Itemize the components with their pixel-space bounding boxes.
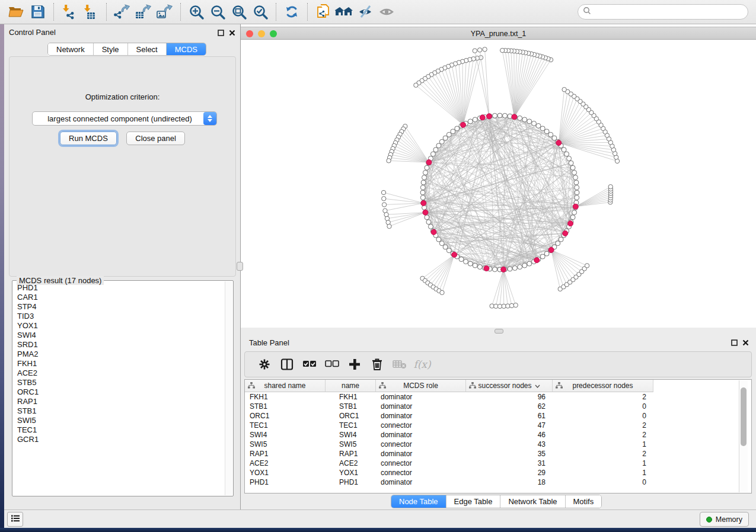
cell[interactable]: SWI4 — [245, 430, 326, 440]
network-node[interactable] — [556, 241, 560, 246]
leaf-node[interactable] — [608, 185, 613, 189]
zoom-out-icon[interactable] — [207, 2, 228, 22]
leaf-node[interactable] — [562, 87, 566, 91]
mcds-node[interactable] — [573, 204, 578, 209]
cell[interactable]: 62 — [466, 402, 553, 411]
network-node[interactable] — [439, 139, 444, 144]
cell[interactable]: RAP1 — [326, 449, 376, 459]
table-row[interactable]: PHD1PHD1dominator180 — [245, 477, 735, 487]
network-node[interactable] — [569, 161, 573, 165]
zoom-fit-icon[interactable] — [228, 2, 250, 22]
network-node[interactable] — [423, 170, 428, 175]
network-node[interactable] — [574, 180, 579, 185]
cell[interactable]: dominator — [376, 402, 466, 411]
cell[interactable]: 2 — [553, 421, 653, 430]
cell[interactable]: SWI5 — [245, 440, 326, 449]
unselect-all-rows-icon[interactable] — [321, 354, 343, 375]
network-node[interactable] — [522, 263, 527, 268]
delete-columns-icon[interactable] — [366, 354, 388, 375]
cell[interactable]: 29 — [466, 468, 553, 477]
network-node[interactable] — [420, 185, 425, 190]
network-node[interactable] — [522, 117, 527, 122]
tab-edge-table[interactable]: Edge Table — [446, 495, 500, 508]
cell[interactable]: ORC1 — [326, 411, 376, 421]
network-node[interactable] — [492, 267, 497, 272]
mcds-result-item[interactable]: TID3 — [13, 312, 224, 321]
mcds-node[interactable] — [512, 114, 517, 120]
cell[interactable]: 61 — [466, 411, 553, 421]
leaf-node[interactable] — [513, 303, 518, 307]
cell[interactable]: 35 — [466, 449, 553, 459]
show-all-icon[interactable] — [377, 2, 398, 22]
table-settings-icon[interactable] — [253, 354, 276, 375]
network-node[interactable] — [544, 129, 549, 134]
network-node[interactable] — [443, 245, 448, 249]
cell[interactable]: connector — [376, 421, 466, 430]
column-header-shared-name[interactable]: shared name — [245, 380, 326, 392]
mcds-node[interactable] — [568, 221, 573, 226]
tab-motifs[interactable]: Motifs — [565, 495, 602, 508]
network-node[interactable] — [508, 267, 512, 271]
add-column-icon[interactable] — [343, 354, 366, 375]
cell[interactable]: dominator — [376, 411, 466, 421]
cell[interactable]: 31 — [466, 459, 553, 468]
cell[interactable]: STB1 — [245, 402, 326, 411]
mcds-result-item[interactable]: GCR1 — [13, 435, 224, 444]
cell[interactable]: TEC1 — [245, 421, 326, 430]
horizontal-splitter-handle[interactable] — [495, 329, 503, 334]
network-node[interactable] — [575, 196, 579, 200]
zoom-in-icon[interactable] — [186, 2, 207, 22]
mcds-result-item[interactable]: SWI4 — [13, 331, 224, 340]
network-node[interactable] — [443, 136, 448, 140]
cell[interactable]: 43 — [466, 440, 553, 449]
cell[interactable]: TEC1 — [326, 421, 376, 430]
tab-node-table[interactable]: Node Table — [391, 495, 446, 508]
network-canvas[interactable] — [241, 40, 755, 328]
tab-style[interactable]: Style — [93, 43, 127, 55]
leaf-node[interactable] — [382, 203, 386, 207]
table-row[interactable]: ORC1ORC1dominator610 — [245, 411, 735, 421]
mcds-node[interactable] — [452, 252, 457, 257]
zoom-selected-icon[interactable] — [250, 2, 271, 22]
cell[interactable]: PHD1 — [326, 477, 376, 487]
network-node[interactable] — [492, 113, 497, 118]
network-node[interactable] — [575, 190, 579, 195]
leaf-node[interactable] — [477, 48, 481, 52]
task-history-button[interactable] — [7, 512, 23, 527]
cell[interactable]: connector — [376, 459, 466, 468]
export-network-icon[interactable] — [111, 2, 133, 22]
cell[interactable]: 1 — [553, 468, 653, 477]
network-node[interactable] — [567, 156, 572, 161]
leaf-node[interactable] — [384, 213, 388, 217]
network-node[interactable] — [426, 220, 431, 225]
network-node[interactable] — [564, 152, 569, 156]
network-node[interactable] — [531, 121, 536, 126]
network-node[interactable] — [436, 237, 441, 242]
tab-select[interactable]: Select — [127, 43, 166, 55]
network-node[interactable] — [477, 265, 482, 270]
mcds-result-scrollbar[interactable] — [225, 281, 232, 495]
leaf-node[interactable] — [387, 159, 391, 163]
network-node[interactable] — [527, 119, 532, 124]
network-node[interactable] — [497, 113, 502, 118]
mcds-node[interactable] — [486, 114, 492, 119]
mcds-node[interactable] — [421, 200, 426, 206]
mcds-node[interactable] — [563, 230, 568, 236]
run-mcds-button[interactable]: Run MCDS — [60, 132, 117, 145]
select-all-rows-icon[interactable] — [298, 354, 321, 375]
cell[interactable]: dominator — [376, 392, 466, 402]
cell[interactable]: 2 — [553, 392, 653, 402]
tab-network-table[interactable]: Network Table — [500, 495, 564, 508]
cell[interactable]: FKH1 — [326, 392, 376, 402]
leaf-node[interactable] — [414, 83, 418, 87]
table-scrollbar[interactable] — [739, 380, 748, 492]
table-row[interactable]: ACE2ACE2connector311 — [245, 459, 735, 468]
leaf-node[interactable] — [440, 290, 444, 294]
network-node[interactable] — [527, 261, 532, 266]
network-node[interactable] — [572, 210, 577, 215]
network-node[interactable] — [518, 116, 522, 120]
export-image-icon[interactable] — [154, 2, 176, 22]
close-panel-button[interactable]: Close panel — [126, 132, 185, 145]
mcds-node[interactable] — [423, 210, 428, 215]
leaf-node[interactable] — [473, 49, 477, 53]
